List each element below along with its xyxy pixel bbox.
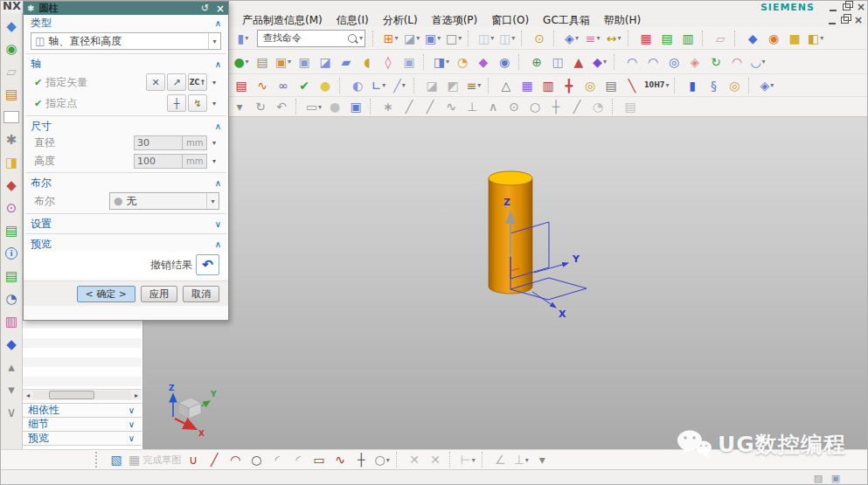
system-materials-icon[interactable]: ◆: [2, 334, 21, 355]
highlight-sphere-icon[interactable]: ●: [325, 97, 344, 116]
dropdown-arrow-icon[interactable]: ▾: [386, 456, 390, 464]
dropdown-arrow-icon[interactable]: ▾: [820, 34, 823, 42]
through-curves-icon[interactable]: ◠: [643, 52, 663, 72]
boss-icon[interactable]: ◫: [548, 52, 567, 72]
ruled-surface-icon[interactable]: ◠: [622, 52, 642, 72]
section-dimensions[interactable]: 尺寸 ∧: [24, 118, 228, 134]
input-box-icon[interactable]: [2, 107, 21, 128]
point-icon[interactable]: ┼: [351, 450, 371, 469]
dropdown-arrow-icon[interactable]: ▾: [525, 456, 529, 464]
edit-object-display-icon[interactable]: ≡▾: [583, 29, 602, 48]
dropdown-arrow-icon[interactable]: ▾: [511, 34, 515, 42]
horizontal-scrollbar[interactable]: ◂ ▸: [23, 389, 142, 400]
diameter-unit[interactable]: mm: [183, 135, 207, 150]
height-unit[interactable]: mm: [183, 154, 207, 169]
scroll-left-icon[interactable]: ◂: [23, 391, 33, 399]
draft-analysis-icon[interactable]: ◪: [422, 76, 441, 95]
restore-icon[interactable]: [843, 3, 851, 10]
work-cube-icon[interactable]: ▣: [346, 97, 365, 116]
vector-dialog-icon[interactable]: ↗: [167, 73, 186, 91]
dropdown-arrow-icon[interactable]: ▾: [603, 58, 607, 66]
snap-options-icon[interactable]: ▾: [230, 97, 249, 116]
cancel-button[interactable]: 取消: [183, 286, 219, 302]
dropdown-arrow-icon[interactable]: ▾: [318, 103, 322, 111]
blend-surface-icon[interactable]: ◠: [727, 52, 746, 72]
scroll-down-icon[interactable]: ▾: [2, 379, 21, 400]
dropdown-arrow-icon[interactable]: ▾: [245, 34, 248, 42]
sheet-bend-icon[interactable]: ◪: [316, 52, 335, 72]
section-boolean[interactable]: 布尔 ∧: [24, 175, 228, 191]
snap-midpoint-icon[interactable]: ╱: [420, 97, 440, 116]
dropdown-arrow-icon[interactable]: ▾: [246, 58, 249, 66]
layer-visible-in-view-icon[interactable]: ▥: [678, 29, 698, 48]
hole-icon[interactable]: ⊕: [527, 52, 546, 72]
section-preview[interactable]: 预览 ∧: [24, 236, 228, 252]
assembly-navigator-icon[interactable]: ◨: [2, 152, 21, 173]
chevron-up-icon[interactable]: ∧: [215, 178, 221, 188]
scroll-up-icon[interactable]: ▴: [2, 357, 21, 378]
apply-button[interactable]: 应用: [141, 286, 177, 302]
menu-item[interactable]: 窗口(O): [484, 13, 536, 28]
window-layout-a-icon[interactable]: ◫▾: [476, 29, 496, 48]
snap-existing-point-icon[interactable]: ┼: [546, 97, 566, 116]
screen-plane-icon[interactable]: ▱: [2, 61, 21, 82]
studio-spline-icon[interactable]: ∿: [330, 450, 350, 469]
type-dropdown[interactable]: ◫ 轴、直径和高度 ▾: [31, 32, 221, 50]
close-icon[interactable]: ×: [857, 2, 865, 12]
3d-scene[interactable]: Z Y X: [143, 117, 868, 449]
dropdown-arrow-icon[interactable]: ▾: [490, 34, 494, 42]
assembly-constraints-icon[interactable]: ◆: [743, 29, 762, 48]
export-csv-icon[interactable]: ▤: [232, 76, 251, 95]
simple-sphere-icon[interactable]: ●: [316, 76, 335, 95]
chevron-down-icon[interactable]: ▾: [209, 100, 219, 107]
annotation-table-icon[interactable]: ▥: [538, 76, 558, 95]
datum-plane-icon[interactable]: ▣: [295, 52, 314, 72]
scrollbar-track[interactable]: [33, 391, 131, 399]
dropdown-arrow-icon[interactable]: ▾: [472, 456, 476, 464]
orient-view-icon[interactable]: ◪▾: [402, 29, 421, 48]
tolerance-10h7-icon[interactable]: 10H7▾: [643, 76, 670, 95]
form-feature-icon[interactable]: ◖: [358, 52, 377, 72]
minimize-icon[interactable]: [830, 3, 837, 11]
projector-lamp-icon[interactable]: ◐: [348, 76, 367, 95]
navigator-section[interactable]: 相依性∨: [23, 403, 142, 417]
snap-pole-icon[interactable]: ∧: [483, 97, 503, 116]
through-curve-mesh-icon[interactable]: ◎: [664, 52, 684, 72]
add-symbols-icon[interactable]: ╋: [559, 76, 579, 95]
dropdown-arrow-icon[interactable]: ▾: [416, 34, 420, 42]
chevron-down-icon[interactable]: ▾: [208, 33, 220, 49]
dropdown-arrow-icon[interactable]: ▾: [288, 58, 291, 66]
sweep-brush-icon[interactable]: ╱▾: [390, 76, 409, 95]
chevron-down-icon[interactable]: ▾: [359, 34, 363, 42]
close-icon[interactable]: ×: [216, 3, 225, 15]
measure-distance-icon[interactable]: ↔▾: [604, 29, 623, 48]
height-input[interactable]: [134, 154, 183, 169]
visualization-palette-icon[interactable]: ▥: [2, 311, 21, 332]
quick-trim-icon[interactable]: ✕: [405, 450, 424, 469]
snap-endpoint-icon[interactable]: ╱: [399, 97, 419, 116]
dropdown-arrow-icon[interactable]: ▾: [762, 58, 766, 66]
chevron-down-icon[interactable]: ∨: [128, 433, 135, 443]
vector-cross-icon[interactable]: ✕: [146, 73, 165, 91]
toolbar-grip[interactable]: [95, 452, 101, 468]
sketch-curve-icon[interactable]: ∿: [253, 76, 272, 95]
swept-surface-icon[interactable]: ◈: [685, 52, 705, 72]
scrollbar-thumb[interactable]: [49, 391, 94, 399]
search-icon[interactable]: [348, 34, 357, 43]
examine-geometry-icon[interactable]: ✔: [295, 76, 314, 95]
ok-button[interactable]: < 确定 >: [77, 286, 135, 302]
close-icon[interactable]: ×: [854, 15, 863, 25]
dropdown-arrow-icon[interactable]: ▾: [617, 34, 621, 42]
deviation-list-icon[interactable]: ≡▾: [464, 76, 483, 95]
hd3d-tools-icon[interactable]: i: [2, 243, 21, 264]
user-defaults-icon[interactable]: ▤: [253, 52, 272, 72]
scroll-right-icon[interactable]: ▸: [131, 391, 142, 399]
selection-filter-icon[interactable]: ▦: [636, 29, 656, 48]
dropdown-arrow-icon[interactable]: ▾: [446, 58, 449, 66]
chevron-down-icon[interactable]: ∨: [215, 219, 221, 229]
snap-circle-icon[interactable]: ○: [525, 97, 545, 116]
snap-intersection-icon[interactable]: ⊥: [462, 97, 482, 116]
layer-settings-icon[interactable]: ▤: [657, 29, 677, 48]
part-navigator-icon[interactable]: ⊙: [2, 197, 21, 218]
section-type[interactable]: 类型 ∧: [24, 15, 228, 31]
